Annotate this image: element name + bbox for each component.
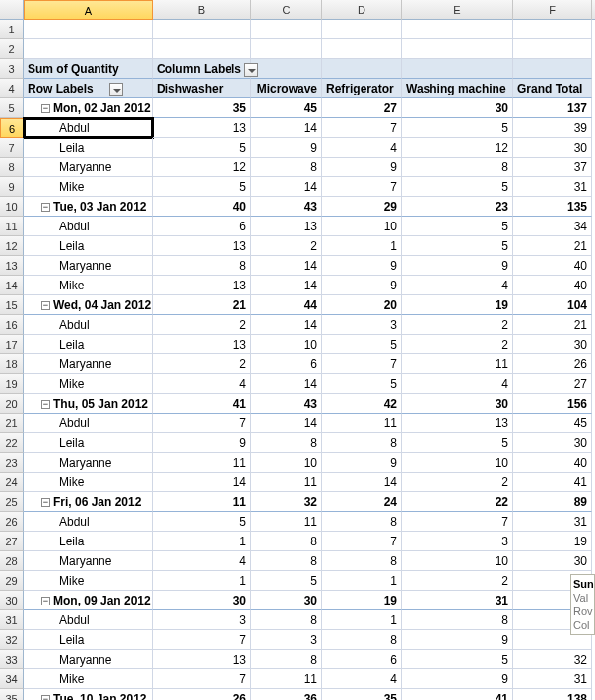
pivot-value-cell[interactable]: 40 [513, 453, 592, 473]
pivot-value-cell[interactable]: 36 [251, 689, 322, 700]
pivot-value-cell[interactable]: 137 [513, 98, 592, 118]
row-header[interactable]: 5 [0, 98, 24, 118]
pivot-value-cell[interactable]: 5 [251, 571, 322, 591]
pivot-value-cell[interactable]: 40 [513, 256, 592, 276]
row-header[interactable]: 7 [0, 138, 24, 158]
pivot-value-cell[interactable]: 2 [402, 571, 513, 591]
pivot-value-cell[interactable]: 1 [322, 236, 402, 256]
pivot-value-cell[interactable]: 5 [153, 138, 251, 158]
row-header[interactable]: 24 [0, 473, 24, 492]
pivot-value-cell[interactable]: 32 [251, 492, 322, 512]
row-header[interactable]: 35 [0, 689, 24, 700]
row-header[interactable]: 28 [0, 551, 24, 571]
collapse-icon[interactable]: − [41, 597, 50, 605]
pivot-value-cell[interactable]: 35 [153, 98, 251, 118]
pivot-value-cell[interactable]: 14 [251, 315, 322, 335]
row-header[interactable]: 10 [0, 197, 24, 217]
pivot-value-cell[interactable]: 10 [251, 335, 322, 354]
pivot-value-cell[interactable]: 3 [322, 315, 402, 335]
pivot-value-cell[interactable]: 7 [322, 532, 402, 551]
pivot-value-cell[interactable]: 5 [153, 177, 251, 197]
pivot-value-cell[interactable]: 8 [402, 610, 513, 630]
row-header[interactable]: 33 [0, 650, 24, 669]
pivot-value-cell[interactable]: 138 [513, 689, 592, 700]
pivot-value-cell[interactable]: 24 [322, 492, 402, 512]
pivot-value-cell[interactable]: 13 [153, 118, 251, 138]
pivot-value-cell[interactable]: 14 [251, 374, 322, 394]
pivot-value-cell[interactable]: 13 [402, 414, 513, 433]
row-header[interactable]: 2 [0, 39, 24, 59]
pivot-group-label[interactable]: −Tue, 10 Jan 2012 [24, 689, 153, 700]
pivot-value-cell[interactable]: 37 [513, 158, 592, 177]
pivot-value-cell[interactable]: 23 [402, 197, 513, 217]
col-header-grand-total[interactable]: Grand Total [513, 79, 592, 98]
pivot-value-cell[interactable]: 13 [153, 335, 251, 354]
pivot-item-label[interactable]: Abdul [24, 315, 153, 335]
pivot-value-cell[interactable]: 5 [402, 177, 513, 197]
pivot-value-cell[interactable]: 13 [153, 276, 251, 295]
column-labels-dropdown-icon[interactable] [244, 63, 258, 77]
pivot-group-label[interactable]: −Thu, 05 Jan 2012 [24, 394, 153, 414]
pivot-value-cell[interactable]: 4 [153, 374, 251, 394]
pivot-value-cell[interactable]: 8 [322, 433, 402, 453]
pivot-item-label[interactable]: Leila [24, 532, 153, 551]
pivot-value-cell[interactable]: 41 [402, 689, 513, 700]
pivot-value-cell[interactable]: 5 [402, 433, 513, 453]
pivot-value-cell[interactable]: 7 [153, 669, 251, 689]
pivot-value-cell[interactable]: 1 [322, 571, 402, 591]
pivot-group-label[interactable]: −Mon, 02 Jan 2012 [24, 98, 153, 118]
pivot-item-label[interactable]: Maryanne [24, 551, 153, 571]
pivot-value-cell[interactable]: 30 [251, 591, 322, 610]
pivot-value-cell[interactable]: 30 [513, 433, 592, 453]
pivot-value-cell[interactable]: 11 [153, 453, 251, 473]
pivot-value-cell[interactable]: 14 [251, 177, 322, 197]
col-header-D[interactable]: D [322, 0, 402, 20]
collapse-icon[interactable]: − [41, 104, 50, 113]
pivot-field-label[interactable]: Sum of Quantity [24, 59, 153, 79]
pivot-value-cell[interactable]: 8 [251, 532, 322, 551]
pivot-value-cell[interactable]: 21 [513, 236, 592, 256]
pivot-value-cell[interactable]: 8 [402, 158, 513, 177]
pivot-value-cell[interactable]: 44 [251, 295, 322, 315]
pivot-value-cell[interactable]: 14 [251, 118, 322, 138]
pivot-value-cell[interactable]: 40 [513, 276, 592, 295]
pivot-value-cell[interactable]: 19 [402, 295, 513, 315]
select-all-corner[interactable] [0, 0, 24, 20]
pivot-item-label[interactable]: Maryanne [24, 158, 153, 177]
row-header[interactable]: 29 [0, 571, 24, 591]
pivot-value-cell[interactable]: 8 [251, 650, 322, 669]
pivot-value-cell[interactable]: 9 [251, 138, 322, 158]
pivot-value-cell[interactable]: 10 [402, 551, 513, 571]
pivot-row-labels[interactable]: Row Labels [24, 79, 153, 98]
pivot-value-cell[interactable]: 14 [251, 276, 322, 295]
pivot-value-cell[interactable]: 4 [153, 551, 251, 571]
row-header[interactable]: 31 [0, 610, 24, 630]
cell[interactable] [24, 20, 153, 39]
row-header[interactable]: 4 [0, 79, 24, 98]
pivot-value-cell[interactable]: 5 [402, 650, 513, 669]
pivot-item-label[interactable]: Maryanne [24, 256, 153, 276]
pivot-value-cell[interactable]: 6 [153, 217, 251, 236]
pivot-value-cell[interactable]: 4 [402, 374, 513, 394]
pivot-value-cell[interactable]: 30 [153, 591, 251, 610]
pivot-value-cell[interactable]: 39 [513, 118, 592, 138]
row-header[interactable]: 9 [0, 177, 24, 197]
pivot-value-cell[interactable]: 9 [402, 630, 513, 650]
pivot-item-label[interactable]: Abdul [24, 217, 153, 236]
pivot-value-cell[interactable]: 1 [322, 610, 402, 630]
pivot-column-labels[interactable]: Column Labels [153, 59, 251, 79]
pivot-value-cell[interactable]: 21 [513, 315, 592, 335]
pivot-value-cell[interactable]: 21 [153, 295, 251, 315]
pivot-value-cell[interactable]: 45 [513, 414, 592, 433]
pivot-item-label[interactable]: Mike [24, 276, 153, 295]
pivot-value-cell[interactable]: 11 [322, 414, 402, 433]
pivot-value-cell[interactable]: 4 [322, 138, 402, 158]
pivot-value-cell[interactable]: 22 [402, 492, 513, 512]
row-header[interactable]: 34 [0, 669, 24, 689]
pivot-value-cell[interactable]: 9 [322, 158, 402, 177]
row-header[interactable]: 22 [0, 433, 24, 453]
row-header[interactable]: 19 [0, 374, 24, 394]
pivot-value-cell[interactable]: 8 [251, 158, 322, 177]
pivot-value-cell[interactable]: 30 [513, 335, 592, 354]
row-header[interactable]: 6 [0, 118, 24, 138]
